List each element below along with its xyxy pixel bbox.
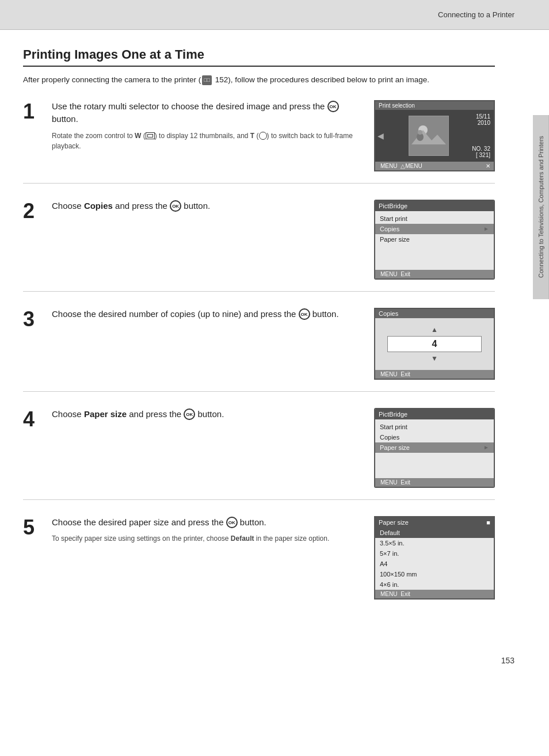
ps-count: [ 321] [472,152,490,158]
ok-button-icon-2 [170,200,181,212]
menu-label-2: MENU Exit [379,479,410,486]
paper-size-row-selected: Paper size ► [375,442,494,453]
step-3-number: 3 [23,309,52,330]
copies-row-2: Copies [375,432,494,442]
step-5: 5 Choose the desired paper size and pres… [23,516,495,611]
screen-copies: Copies ▲ 4 ▼ MENU Exit [374,308,495,380]
paper-size-bold: Paper size [84,409,127,419]
copies-body: ▲ 4 ▼ [375,318,494,370]
paper-size-label: Paper size [379,519,409,526]
pictbridge-label-2: PictBridge [379,411,407,418]
menu-icon-4: MENU [379,591,399,597]
step-2: 2 Choose Copies and press the button. Pi… [23,200,495,292]
step-4-content: Choose Paper size and press the button. [52,408,374,426]
step-4-number: 4 [23,409,52,430]
page-header: Connecting to a Printer [0,0,549,30]
intro-text: After properly connecting the camera to … [23,74,495,86]
menu-icon-2: MENU [379,371,399,377]
step-5-number: 5 [23,517,52,538]
ps-header-label: Print selection [379,102,415,109]
ps-image-placeholder [409,116,449,156]
ok-button-icon-1 [327,101,339,112]
page-number: 153 [0,644,549,671]
copies-row-selected: Copies ► [375,224,494,234]
paper-size-body: Default 3.5×5 in. 5×7 in. A4 100×150 mm … [375,528,494,590]
step-5-content: Choose the desired paper size and press … [52,516,374,544]
paper-size-indicator: ■ [486,519,490,526]
menu-icon-3: MENU [379,479,399,486]
step-4-title: Choose Paper size and press the button. [52,408,363,421]
step-5-title: Choose the desired paper size and press … [52,516,363,529]
side-tab-text: Connecting to Televisions, Computers and… [537,136,544,278]
page-number-value: 153 [501,656,514,665]
ps-footer-amenu: △MENU [401,163,422,169]
screen-pictbridge-paper: PictBridge Start print Copies Paper size… [374,408,495,488]
ps-footer: MENU △MENU ✕ [375,162,494,170]
header-title: Connecting to a Printer [438,10,514,19]
pictbridge-header-2: PictBridge [375,409,494,419]
ps-year: 2010 [476,120,490,126]
copies-value: 4 [387,336,482,352]
step-3: 3 Choose the desired number of copies (u… [23,308,495,392]
paper-100x150-row: 100×150 mm [375,569,494,579]
copies-footer: MENU Exit [375,370,494,379]
copies-label-sel: Copies [380,226,399,232]
step-1-subtitle: Rotate the zoom control to W ( ) to disp… [52,131,363,151]
step-3-title: Choose the desired number of copies (up … [52,308,363,321]
spacer-1 [375,245,494,268]
paper-3x5-row: 3.5×5 in. [375,538,494,548]
copies-up-arrow: ▲ [431,326,438,334]
step-3-content: Choose the desired number of copies (up … [52,308,374,326]
page-title: Printing Images One at a Time [23,47,495,67]
copies-bold: Copies [84,201,113,211]
pictbridge-footer-2: MENU Exit [375,478,494,487]
step-5-subtitle: To specify paper size using settings on … [52,533,363,544]
ps-body: ◀ 15/11 2010 [375,110,494,162]
step-4: 4 Choose Paper size and press the button… [23,408,495,500]
ps-left-arrow: ◀ [378,131,384,140]
ps-number-info: NO. 32 [ 321] [472,146,490,158]
paper-size-label-sel: Paper size [380,444,410,451]
pictbridge-body-2: Start print Copies Paper size ► [375,419,494,478]
start-print-row-2: Start print [375,422,494,432]
ok-button-icon-5 [226,517,238,528]
step-2-title: Choose Copies and press the button. [52,200,363,213]
ok-button-icon-3 [299,308,310,320]
paper-arrow-right: ► [483,444,489,451]
paper-a4-row: A4 [375,559,494,569]
copies-screen-header: Copies [375,309,494,318]
screen-print-selection: Print selection ◀ [374,100,495,171]
copies-arrow-right: ► [483,226,489,232]
step-1-number: 1 [23,101,52,122]
paper-default-row: Default [375,528,494,538]
paper-4x6-row: 4×6 in. [375,579,494,590]
main-content: Printing Images One at a Time After prop… [0,30,529,644]
spacer-2 [375,453,494,476]
ps-date: 15/11 [476,113,490,120]
ps-footer-menu: MENU △MENU [379,163,422,169]
paper-size-header: Paper size ■ [375,517,494,528]
start-print-row-1: Start print [375,213,494,224]
ps-no: NO. 32 [472,146,490,152]
paper-size-row-1: Paper size [375,234,494,245]
copies-menu-label: MENU Exit [379,371,410,377]
menu-label-1: MENU Exit [379,271,410,277]
ps-footer-close: ✕ [486,163,490,169]
svg-rect-0 [411,119,446,153]
paper-menu-label: MENU Exit [379,591,410,597]
menu-text-1: MENU [379,163,399,169]
pictbridge-label-1: PictBridge [379,203,407,209]
ps-date-info: 15/11 2010 [476,113,490,126]
t-label: T [250,132,254,140]
step-2-number: 2 [23,201,52,222]
menu-icon-1: MENU [379,271,399,277]
screen-pictbridge-copies: PictBridge Start print Copies ► Paper si… [374,200,495,280]
copies-down-arrow: ▼ [431,354,438,362]
svg-point-4 [418,130,422,135]
pictbridge-body-1: Start print Copies ► Paper size [375,211,494,270]
pictbridge-footer-1: MENU Exit [375,270,494,278]
book-ref-icon: □□ [202,75,212,85]
ps-header: Print selection [375,101,494,110]
step-1: 1 Use the rotary multi selector to choos… [23,100,495,184]
screen-paper-size: Paper size ■ Default 3.5×5 in. 5×7 in. A… [374,516,495,600]
